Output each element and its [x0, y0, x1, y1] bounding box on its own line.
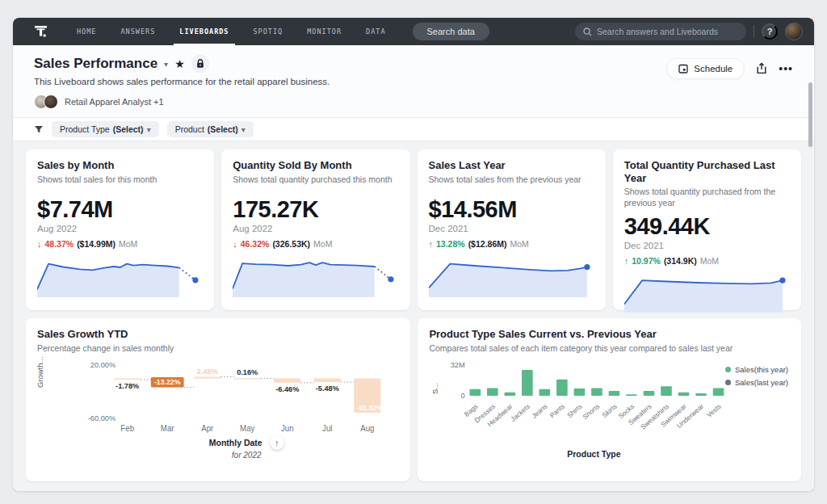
card-subtitle: Shows total quantity purchased from the … [624, 187, 790, 208]
product-bar-chart[interactable]: 32M0BagsDressesHeadwearJacketsJeansPants… [429, 357, 758, 452]
liveboard-content: Sales by Month Shows total sales for thi… [13, 141, 814, 491]
author-avatars [34, 94, 58, 109]
legend-item-this-year[interactable]: Sales(this year) [725, 365, 788, 374]
arrow-up-icon: ↑ [624, 256, 629, 266]
svg-text:-1.78%: -1.78% [115, 382, 140, 390]
svg-text:Vests: Vests [705, 402, 723, 419]
svg-text:-60.00%: -60.00% [88, 414, 115, 422]
kpi-value: $14.56M [429, 196, 594, 223]
nav-item-data[interactable]: DATA [354, 18, 397, 45]
arrow-down-icon: ↓ [37, 239, 42, 249]
svg-text:Jun: Jun [281, 424, 294, 433]
search-data-button[interactable]: Search data [413, 23, 489, 40]
nav-item-spotiq[interactable]: SPOTIQ [241, 18, 296, 45]
card-subtitle: Percentage change in sales monthly [37, 343, 399, 355]
share-button[interactable] [756, 62, 767, 74]
nav-item-home[interactable]: HOME [65, 18, 108, 45]
product-chart-area[interactable]: S... 32M0BagsDressesHeadwearJacketsJeans… [429, 357, 790, 472]
kpi-change-pct: 48.37% [45, 239, 74, 249]
sparkline-chart[interactable] [37, 254, 200, 297]
thoughtspot-logo-icon[interactable] [34, 24, 55, 39]
sparkline-chart[interactable] [429, 254, 592, 297]
chart-row: Sales Growth YTD Percentage change in sa… [26, 318, 801, 481]
kpi-date: Dec 2021 [429, 224, 594, 233]
schedule-button[interactable]: Schedule [666, 58, 745, 79]
avatar [44, 94, 58, 109]
search-input[interactable] [597, 27, 738, 36]
title-chevron-down-icon[interactable]: ▾ [164, 60, 168, 69]
kpi-change-period: MoM [313, 239, 332, 249]
legend-item-last-year[interactable]: Sales(last year) [725, 378, 788, 387]
kpi-change: ↑ 13.28% ($12.86M) MoM [429, 239, 594, 249]
legend-dot-icon [725, 367, 731, 372]
svg-text:Jul: Jul [322, 424, 332, 433]
svg-text:Pants: Pants [548, 402, 566, 420]
kpi-card-quantity-sold[interactable]: Quantity Sold By Month Shows total quant… [221, 149, 409, 310]
kpi-change-pct: 46.32% [241, 239, 270, 249]
filter-bar: Product Type (Select) ▾ Product (Select)… [13, 117, 814, 141]
card-title: Product Type Sales Current vs. Previous … [429, 328, 790, 341]
filter-name: Product Type [60, 124, 110, 134]
growth-bar-chart[interactable]: 20.00%-60.00%-1.78%Feb-13.22%Mar2.45%Apr… [37, 357, 390, 438]
help-button[interactable]: ? [762, 23, 778, 40]
filter-name: Product [175, 124, 204, 134]
card-subtitle: Shows total quantity purchased this mont… [233, 174, 398, 186]
x-axis-label: Monthly Date [209, 438, 262, 447]
legend-label: Sales(last year) [735, 378, 788, 387]
kpi-change-value: (314.9K) [664, 256, 697, 266]
growth-chart-area[interactable]: Growth... 20.00%-60.00%-1.78%Feb-13.22%M… [37, 357, 399, 472]
favorite-star-icon[interactable]: ★ [174, 57, 185, 70]
svg-text:-5.48%: -5.48% [316, 384, 340, 393]
authors-label: Retail Apparel Analyst +1 [65, 97, 164, 107]
product-type-sales-card[interactable]: Product Type Sales Current vs. Previous … [418, 318, 801, 481]
svg-text:32M: 32M [451, 361, 465, 369]
svg-text:Shirts: Shirts [565, 402, 583, 420]
x-axis-note: for 2022 [232, 451, 262, 460]
svg-text:0.16%: 0.16% [237, 368, 258, 376]
kpi-change-period: MoM [510, 239, 528, 249]
kpi-card-total-quantity-last-year[interactable]: Total Quantity Purchased Last Year Shows… [613, 149, 801, 310]
global-search[interactable] [575, 23, 746, 40]
filter-suffix: (Select) [113, 124, 144, 134]
card-subtitle: Shows total sales for this month [37, 174, 203, 186]
chart-legend: Sales(this year) Sales(last year) [725, 365, 788, 387]
svg-text:2.45%: 2.45% [197, 368, 219, 376]
svg-text:Shorts: Shorts [581, 402, 602, 422]
sparkline-chart[interactable] [233, 254, 396, 297]
y-axis-label: S... [430, 383, 439, 394]
sparkline-chart[interactable] [624, 269, 787, 313]
kpi-value: 175.27K [233, 196, 398, 223]
kpi-change-period: MoM [119, 239, 137, 249]
filter-product[interactable]: Product (Select) ▾ [167, 121, 254, 137]
card-title: Total Quantity Purchased Last Year [624, 159, 790, 184]
svg-text:Jeans: Jeans [531, 402, 549, 420]
kpi-date: Aug 2022 [37, 224, 203, 233]
filter-funnel-icon [34, 125, 44, 134]
card-title: Quantity Sold By Month [233, 159, 398, 172]
svg-text:0: 0 [461, 392, 465, 400]
arrow-down-icon: ↓ [233, 239, 237, 249]
card-title: Sales by Month [37, 159, 203, 172]
filter-product-type[interactable]: Product Type (Select) ▾ [52, 121, 159, 137]
schedule-label: Schedule [694, 64, 733, 74]
card-subtitle: Shows total sales from the previous year [429, 174, 594, 186]
liveboard-header: Sales Performance ▾ ★ This Liveboard sho… [13, 45, 814, 117]
nav-item-liveboards[interactable]: LIVEBOARDS [167, 18, 241, 45]
nav-item-answers[interactable]: ANSWERS [108, 18, 167, 45]
arrow-up-button[interactable]: ↑ [270, 435, 284, 450]
lock-icon [191, 55, 209, 73]
kpi-card-sales-last-year[interactable]: Sales Last Year Shows total sales from t… [418, 149, 606, 310]
search-icon [583, 27, 592, 36]
scrollbar-thumb[interactable] [808, 82, 812, 147]
kpi-date: Dec 2021 [624, 241, 790, 250]
kpi-change: ↓ 48.37% ($14.99M) MoM [37, 239, 203, 249]
sales-growth-ytd-card[interactable]: Sales Growth YTD Percentage change in sa… [26, 318, 410, 481]
legend-dot-icon [725, 380, 731, 385]
nav-item-monitor[interactable]: MONITOR [295, 18, 354, 45]
kpi-card-sales-by-month[interactable]: Sales by Month Shows total sales for thi… [26, 149, 214, 310]
kpi-change-value: (326.53K) [272, 239, 310, 249]
y-axis-label: Growth... [36, 357, 44, 388]
more-menu-button[interactable]: ••• [779, 62, 793, 75]
user-avatar[interactable] [785, 23, 803, 40]
kpi-change-pct: 10.97% [632, 256, 661, 266]
